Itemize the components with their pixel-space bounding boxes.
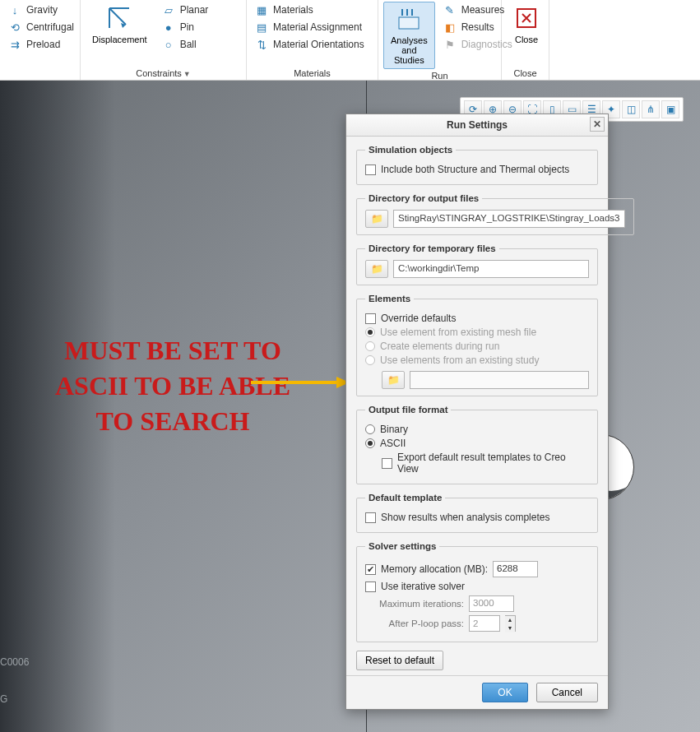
planar-button[interactable]: ▱Planar — [159, 2, 212, 18]
material-orientations-button[interactable]: ⇅Material Orientations — [252, 36, 368, 53]
user-annotation-arrow — [251, 377, 350, 388]
annotation-icon[interactable]: ◫ — [622, 100, 640, 118]
close-button[interactable]: Close — [507, 2, 546, 48]
elements-group: Elements Override defaults Use element f… — [356, 294, 598, 396]
material-assignment-button[interactable]: ▤Material Assignment — [252, 19, 368, 35]
ball-icon: ○ — [162, 38, 175, 51]
include-thermal-label: Include both Structure and Thermal objec… — [381, 164, 569, 175]
display-style-icon[interactable]: ▣ — [661, 100, 679, 118]
ribbon-group-close: Close Close — [502, 0, 549, 80]
iterative-label: Use iterative solver — [381, 581, 465, 592]
ribbon: ↓Gravity ⟲Centrifugal ⇉Preload Displacem… — [0, 0, 700, 81]
reset-button[interactable]: Reset to default — [356, 651, 443, 670]
assign-icon: ▤ — [255, 21, 268, 34]
output-dir-browse-button[interactable]: 📁 — [365, 210, 388, 228]
orient-icon: ⇅ — [255, 38, 268, 51]
output-dir-group: Directory for output files 📁 StingRay\ST… — [356, 193, 634, 235]
temp-dir-browse-button[interactable]: 📁 — [365, 260, 388, 278]
ok-button[interactable]: OK — [482, 683, 527, 702]
gravity-button[interactable]: ↓Gravity — [5, 2, 77, 18]
export-creo-label: Export default result templates to Creo … — [397, 452, 589, 475]
preload-button[interactable]: ⇉Preload — [5, 36, 77, 53]
pin-button[interactable]: ●Pin — [159, 19, 212, 35]
materials-button[interactable]: ▦Materials — [252, 2, 368, 18]
ascii-label: ASCII — [380, 438, 406, 449]
simulation-objects-group: Simulation objects Include both Structur… — [356, 145, 598, 185]
preload-icon: ⇉ — [8, 38, 21, 51]
override-defaults-label: Override defaults — [381, 313, 456, 324]
ribbon-group-run: Analyses and Studies ✎Measures ◧Results … — [378, 0, 502, 80]
solver-settings-group: Solver settings ✔ Memory allocation (MB)… — [356, 541, 598, 642]
show-results-label: Show results when analysis completes — [381, 512, 549, 523]
study-browse-button: 📁 — [382, 371, 405, 389]
memory-checkbox[interactable]: ✔ — [365, 564, 376, 575]
binary-radio[interactable] — [365, 424, 375, 434]
results-icon: ◧ — [443, 21, 457, 34]
dialog-close-button[interactable]: ✕ — [590, 117, 605, 132]
temp-dir-field[interactable]: C:\workingdir\Temp — [393, 260, 589, 278]
default-template-group: Default template Show results when analy… — [356, 493, 598, 533]
ball-button[interactable]: ○Ball — [159, 36, 212, 53]
memory-label: Memory allocation (MB): — [381, 563, 488, 575]
planar-icon: ▱ — [162, 3, 175, 16]
temp-dir-group: Directory for temporary files 📁 C:\worki… — [356, 243, 598, 285]
analyses-icon — [396, 6, 422, 32]
dialog-title: Run Settings ✕ — [346, 114, 608, 137]
ploop-input: 2 — [469, 615, 500, 632]
centrifugal-icon: ⟲ — [8, 21, 21, 34]
ribbon-group-constraints: Displacement ▱Planar ●Pin ○Ball Constrai… — [81, 0, 247, 80]
max-iter-input: 3000 — [469, 595, 514, 612]
diagnostics-icon: ⚑ — [443, 38, 457, 51]
viewport-label-1: C0006 — [0, 656, 29, 668]
analyses-and-studies-button[interactable]: Analyses and Studies — [383, 2, 435, 69]
output-dir-field[interactable]: StingRay\STINGRAY_LOGSTRIKE\Stingray_Loa… — [393, 210, 625, 228]
study-field — [410, 371, 589, 389]
gravity-icon: ↓ — [8, 3, 21, 16]
ploop-spinner: ▲▼ — [505, 615, 516, 632]
materials-icon: ▦ — [255, 3, 268, 16]
displacement-button[interactable]: Displacement — [86, 2, 154, 48]
override-defaults-checkbox[interactable] — [365, 313, 376, 324]
close-icon — [513, 5, 540, 31]
output-format-group: Output file format Binary ASCII Export d… — [356, 405, 598, 484]
svg-rect-0 — [399, 17, 419, 29]
existing-mesh-radio — [365, 327, 375, 337]
include-thermal-checkbox[interactable] — [365, 164, 376, 175]
show-results-checkbox[interactable] — [365, 512, 376, 523]
datum-icon[interactable]: ⋔ — [642, 100, 660, 118]
existing-study-radio — [365, 355, 375, 365]
measures-icon: ✎ — [443, 3, 457, 16]
ribbon-group-loads: ↓Gravity ⟲Centrifugal ⇉Preload — [0, 0, 81, 80]
binary-label: Binary — [380, 424, 408, 435]
viewport-label-2: G — [0, 693, 7, 705]
export-creo-checkbox[interactable] — [382, 458, 392, 469]
cancel-button[interactable]: Cancel — [536, 683, 598, 702]
create-elements-radio — [365, 341, 375, 351]
run-settings-dialog: Run Settings ✕ Simulation objects Includ… — [345, 114, 609, 710]
ribbon-group-materials: ▦Materials ▤Material Assignment ⇅Materia… — [247, 0, 378, 80]
iterative-checkbox[interactable] — [365, 581, 376, 592]
chevron-down-icon[interactable]: ▼ — [183, 70, 191, 78]
displacement-icon — [106, 5, 132, 31]
ascii-radio[interactable] — [365, 438, 375, 448]
centrifugal-button[interactable]: ⟲Centrifugal — [5, 19, 77, 35]
memory-input[interactable]: 6288 — [493, 561, 538, 577]
pin-icon: ● — [162, 21, 175, 34]
ploop-label: After P-loop pass: — [365, 618, 464, 628]
max-iter-label: Maximum iterations: — [365, 599, 464, 609]
